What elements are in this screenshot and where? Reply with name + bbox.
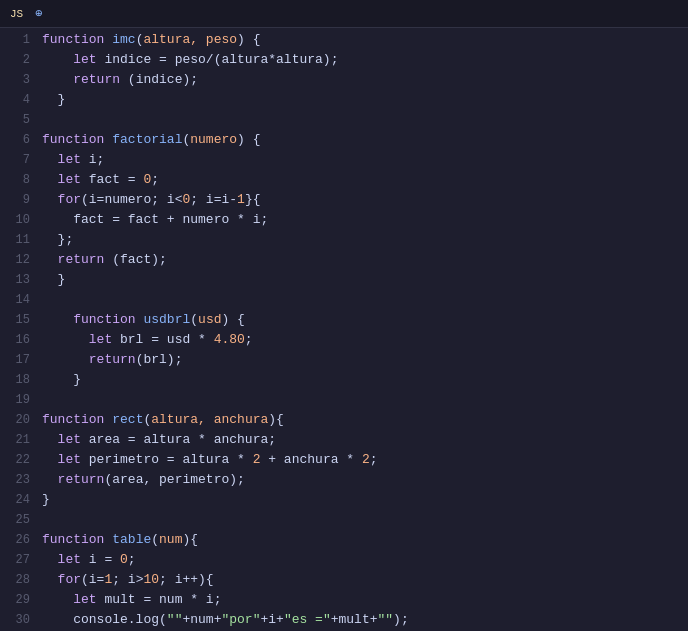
code-line: function usdbrl(usd) {	[42, 310, 688, 330]
code-line: return(area, perimetro);	[42, 470, 688, 490]
code-line: return (indice);	[42, 70, 688, 90]
code-line	[42, 390, 688, 410]
code-line: return(brl);	[42, 350, 688, 370]
code-line: let indice = peso/(altura*altura);	[42, 50, 688, 70]
code-line	[42, 510, 688, 530]
code-line: let fact = 0;	[42, 170, 688, 190]
code-line: console.log(""+num+"por"+i+"es ="+mult+"…	[42, 610, 688, 630]
code-line: for(i=1; i>10; i++){	[42, 570, 688, 590]
code-line: return (fact);	[42, 250, 688, 270]
code-line: function table(num){	[42, 530, 688, 550]
code-line: function imc(altura, peso) {	[42, 30, 688, 50]
code-line: function factorial(numero) {	[42, 130, 688, 150]
code-line	[42, 290, 688, 310]
code-content[interactable]: function imc(altura, peso) { let indice …	[42, 28, 688, 631]
breadcrumb-bar: JS ⊕	[0, 0, 688, 28]
code-line: }	[42, 490, 688, 510]
symbol-icon: ⊕	[35, 6, 42, 21]
code-line: let i = 0;	[42, 550, 688, 570]
code-line: let mult = num * i;	[42, 590, 688, 610]
code-line: let i;	[42, 150, 688, 170]
js-icon: JS	[10, 8, 23, 20]
code-line: };	[42, 230, 688, 250]
code-line: function rect(altura, anchura){	[42, 410, 688, 430]
line-numbers: 1234567891011121314151617181920212223242…	[0, 28, 42, 631]
code-line	[42, 110, 688, 130]
code-line: }	[42, 270, 688, 290]
code-line: }	[42, 90, 688, 110]
code-line: let area = altura * anchura;	[42, 430, 688, 450]
code-editor: 1234567891011121314151617181920212223242…	[0, 28, 688, 631]
code-line: fact = fact + numero * i;	[42, 210, 688, 230]
code-line: for(i=numero; i<0; i=i-1}{	[42, 190, 688, 210]
code-line: }	[42, 370, 688, 390]
code-line: let perimetro = altura * 2 + anchura * 2…	[42, 450, 688, 470]
code-line: let brl = usd * 4.80;	[42, 330, 688, 350]
